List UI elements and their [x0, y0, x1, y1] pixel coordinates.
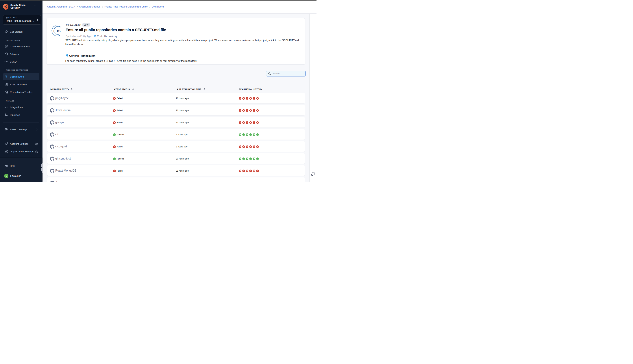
svg-text:CIS: CIS — [53, 28, 61, 33]
svg-text:?: ? — [6, 164, 7, 166]
